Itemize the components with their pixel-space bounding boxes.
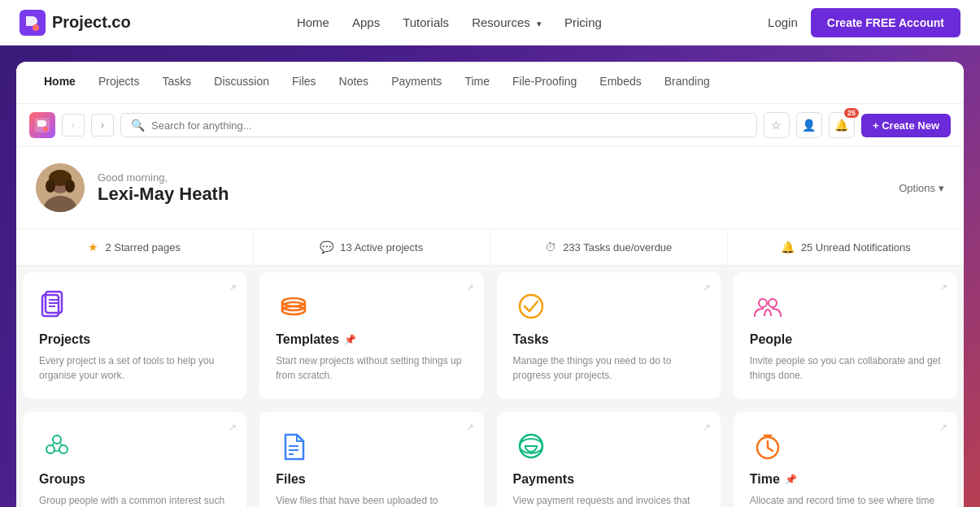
- card-corner-icon: ↗: [939, 282, 947, 293]
- svg-point-22: [520, 295, 542, 318]
- toolbar: ‹ › 🔍 ☆ 👤 🔔 25 + Create New: [16, 104, 964, 147]
- svg-point-8: [46, 180, 55, 193]
- svg-point-9: [65, 180, 75, 193]
- greeting-text: Good morning,: [98, 171, 229, 184]
- welcome-section: Good morning, Lexi-May Heath Options ▾: [16, 147, 964, 229]
- stat-projects[interactable]: 💬 13 Active projects: [254, 229, 491, 265]
- projects-icon: [39, 288, 75, 324]
- create-new-button[interactable]: + Create New: [861, 114, 951, 137]
- stat-starred[interactable]: ★ 2 Starred pages: [16, 229, 254, 265]
- user-name: Lexi-May Heath: [98, 184, 229, 205]
- groups-title: Groups: [39, 472, 230, 487]
- tab-payments[interactable]: Payments: [380, 62, 453, 103]
- people-desc: Invite people so you can collaborate and…: [750, 353, 941, 383]
- nav-tutorials[interactable]: Tutorials: [403, 15, 449, 29]
- card-time[interactable]: ↗ Time 📌 Allocate and record time to see…: [734, 412, 957, 507]
- templates-icon: [276, 288, 311, 324]
- tab-files[interactable]: Files: [281, 62, 328, 103]
- payments-icon: [513, 428, 549, 464]
- tab-notes[interactable]: Notes: [328, 62, 381, 103]
- svg-point-3: [43, 127, 48, 132]
- pin-icon-time: 📌: [785, 474, 797, 485]
- bell-stat-icon: 🔔: [781, 240, 795, 254]
- tab-tasks[interactable]: Tasks: [150, 62, 203, 103]
- files-icon: [276, 428, 311, 464]
- card-corner-icon: ↗: [703, 282, 711, 293]
- tab-branding[interactable]: Branding: [653, 62, 721, 103]
- inner-card: Home Projects Tasks Discussion Files Not…: [16, 62, 964, 507]
- card-files[interactable]: ↗ Files View files that have been upload…: [259, 412, 483, 507]
- nav-home[interactable]: Home: [297, 15, 329, 29]
- card-templates[interactable]: ↗ Templates 📌 Start ne: [259, 272, 483, 399]
- templates-desc: Start new projects without setting thing…: [276, 353, 467, 383]
- svg-point-23: [759, 299, 767, 307]
- templates-title: Templates 📌: [276, 332, 467, 347]
- notification-button[interactable]: 🔔 25: [829, 112, 855, 138]
- options-button[interactable]: Options ▾: [899, 182, 944, 194]
- card-people[interactable]: ↗ People Invite people so you can collab…: [734, 272, 957, 399]
- stat-projects-label: 13 Active projects: [340, 241, 423, 254]
- tab-time[interactable]: Time: [453, 62, 501, 103]
- svg-point-1: [33, 24, 39, 31]
- search-input[interactable]: [151, 119, 747, 132]
- card-payments[interactable]: ↗ Payments View payment requests and inv…: [497, 412, 721, 507]
- chat-stat-icon: 💬: [320, 240, 333, 254]
- svg-point-26: [46, 445, 54, 453]
- time-icon: [750, 428, 786, 464]
- cards-grid: ↗ Projects Every project is a set of too…: [16, 266, 964, 507]
- groups-desc: Group people with a common interest such…: [39, 493, 230, 507]
- welcome-left: Good morning, Lexi-May Heath: [36, 163, 229, 212]
- nav-back-arrow[interactable]: ‹: [62, 114, 85, 136]
- people-icon: [750, 288, 786, 324]
- user-button[interactable]: 👤: [796, 112, 822, 138]
- tasks-desc: Manage the things you need to do to prog…: [513, 353, 704, 383]
- user-avatar: [36, 163, 85, 212]
- stat-starred-label: 2 Starred pages: [105, 241, 181, 254]
- create-account-button[interactable]: Create FREE Account: [811, 8, 960, 37]
- payments-desc: View payment requests and invoices that …: [513, 493, 704, 507]
- people-title: People: [750, 332, 941, 347]
- payments-title: Payments: [513, 472, 704, 487]
- stat-notifications[interactable]: 🔔 25 Unread Notifications: [728, 229, 965, 265]
- card-tasks[interactable]: ↗ Tasks Manage the things you need to do…: [497, 272, 721, 399]
- login-link[interactable]: Login: [768, 15, 798, 29]
- nav-forward-arrow[interactable]: ›: [91, 114, 114, 136]
- tasks-icon: [513, 288, 549, 324]
- toolbar-logo-icon[interactable]: [29, 112, 55, 138]
- groups-icon: [39, 428, 75, 464]
- tab-home[interactable]: Home: [33, 62, 87, 103]
- tasks-title: Tasks: [513, 332, 704, 347]
- pin-icon: 📌: [344, 334, 356, 345]
- card-corner-icon: ↗: [466, 282, 474, 293]
- nav-resources[interactable]: Resources ▾: [472, 15, 542, 29]
- card-corner-icon: ↗: [939, 422, 947, 433]
- tab-discussion[interactable]: Discussion: [203, 62, 281, 103]
- star-button[interactable]: ☆: [764, 112, 790, 138]
- clock-stat-icon: ⏱: [545, 240, 556, 254]
- svg-point-27: [59, 445, 68, 453]
- stat-notifications-label: 25 Unread Notifications: [801, 241, 911, 254]
- tab-embeds[interactable]: Embeds: [588, 62, 652, 103]
- stat-tasks[interactable]: ⏱ 233 Tasks due/overdue: [490, 229, 728, 265]
- nav-links: Home Apps Tutorials Resources ▾ Pricing: [297, 15, 602, 29]
- projects-desc: Every project is a set of tools to help …: [39, 353, 230, 383]
- search-bar: 🔍: [120, 113, 757, 137]
- card-projects[interactable]: ↗ Projects Every project is a set of too…: [23, 272, 246, 399]
- time-desc: Allocate and record time to see where ti…: [750, 493, 941, 507]
- tab-file-proofing[interactable]: File-Proofing: [501, 62, 588, 103]
- card-corner-icon: ↗: [229, 422, 237, 433]
- nav-pricing[interactable]: Pricing: [564, 15, 602, 29]
- top-nav: Project.co Home Apps Tutorials Resources…: [0, 0, 980, 46]
- nav-apps[interactable]: Apps: [352, 15, 380, 29]
- card-corner-icon: ↗: [703, 422, 711, 433]
- tab-projects[interactable]: Projects: [87, 62, 151, 103]
- welcome-text: Good morning, Lexi-May Heath: [98, 171, 229, 205]
- svg-point-24: [769, 299, 777, 307]
- time-title: Time 📌: [750, 472, 941, 487]
- notification-badge: 25: [844, 108, 859, 118]
- card-corner-icon: ↗: [466, 422, 474, 433]
- logo[interactable]: Project.co: [20, 10, 131, 36]
- projects-title: Projects: [39, 332, 230, 347]
- stat-tasks-label: 233 Tasks due/overdue: [563, 241, 672, 254]
- card-groups[interactable]: ↗ Groups Group people with a common inte…: [23, 412, 246, 507]
